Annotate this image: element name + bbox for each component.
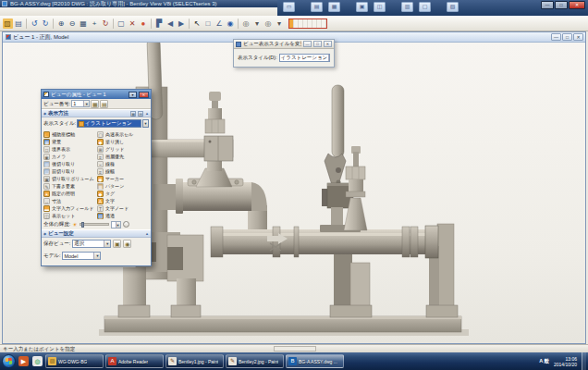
taskbar-folder-window[interactable]: ▨ WG-DWG-BG — [45, 354, 104, 368]
grid-icon[interactable]: ⊞ グリッド — [97, 145, 151, 153]
tray-update-icon[interactable] — [509, 358, 515, 364]
apply-to-selected-icon[interactable]: ▤ — [100, 100, 108, 108]
grid-layout-icon[interactable]: ▦ — [130, 111, 136, 117]
fill-icon[interactable]: ◆ 塗り潰し — [97, 138, 151, 145]
docked-toolbar-icon-2[interactable]: ▤ — [311, 2, 323, 12]
level-overrides-icon[interactable]: ≡ 画層優先 — [97, 153, 151, 160]
text-icon[interactable]: A 文字 — [97, 197, 151, 204]
settings-b-icon[interactable]: ◎ — [263, 18, 274, 30]
list-layout-icon[interactable]: ▤ — [138, 111, 143, 117]
undo-icon[interactable]: ↺ — [29, 18, 40, 30]
fence-icon[interactable]: □ — [202, 18, 214, 30]
taskbar-adobe-reader[interactable]: A Adobe Reader — [105, 354, 164, 368]
maximize-button[interactable]: □ — [555, 1, 568, 9]
taskbar-paint-2[interactable]: ✎ Bentley2.jpg - Paint — [226, 354, 284, 368]
background-icon[interactable]: ▦ 背景 — [43, 138, 97, 145]
zoom-in-icon[interactable]: ⊕ — [55, 18, 67, 30]
fit-view-icon[interactable]: ▦ — [78, 18, 89, 30]
find-saved-view-icon[interactable]: ◉ — [123, 240, 131, 248]
ime-language-indicator[interactable]: A 般 — [539, 358, 549, 364]
clip-front-icon[interactable]: ▤ 前切り取り — [43, 167, 97, 175]
docked-toolbar-icon-7[interactable]: ▢ — [419, 2, 431, 12]
default-lighting-icon[interactable]: ☀ 既定の照明 — [43, 190, 97, 197]
data-fields-icon[interactable]: ▬ 文字入力フィールド — [43, 204, 97, 212]
style-dropdown[interactable]: イラストレーション — [77, 119, 141, 128]
acs-triad-icon[interactable]: ∟ 補助座標軸 — [43, 130, 97, 138]
view-previous-icon[interactable]: ◀ — [165, 18, 176, 30]
transparency-icon[interactable]: ▨ 透過 — [97, 212, 151, 219]
displayset-icon[interactable]: ◫ 表示セット — [43, 212, 97, 219]
view-toggle-8[interactable] — [322, 19, 326, 28]
fast-cells-icon[interactable]: ▢ 高速表示セル — [97, 130, 151, 138]
dialog-pin-button[interactable]: ▾ — [129, 92, 137, 98]
brightness-value-dropdown[interactable]: ▼ — [111, 221, 121, 228]
view-maximize-button[interactable]: □ — [562, 33, 572, 41]
clip-back-icon[interactable]: ▥ 後切り取り — [43, 160, 97, 167]
taskbar-bentley-view[interactable]: B BG-A ASSY.dwg ... — [286, 354, 344, 368]
app-orange-icon[interactable]: ▶ — [18, 355, 30, 367]
tray-app-red-icon[interactable] — [495, 358, 500, 364]
info-icon[interactable]: ◉ — [225, 18, 236, 30]
tray-folder-icon[interactable] — [502, 358, 508, 364]
copy-icon[interactable]: ▢ — [116, 18, 127, 30]
model-dropdown[interactable]: Model ▼ — [62, 252, 101, 260]
docked-toolbar-icon-4[interactable]: ▣ — [356, 2, 368, 12]
dialog-maximize-button[interactable]: □ — [313, 41, 322, 47]
view-setup-section-header[interactable]: ◆ ビュー設定 ▲ — [42, 229, 151, 238]
docked-toolbar-icon-3[interactable]: ▦ — [328, 2, 340, 12]
view-next-icon[interactable]: ▶ — [176, 18, 187, 30]
tray-flag-icon[interactable] — [532, 358, 537, 364]
docked-toolbar-icon-6[interactable]: ▥ — [401, 2, 413, 12]
display-style-dropdown[interactable]: イラストレーション ▼ — [279, 54, 330, 62]
tags-icon[interactable]: ◆ タグ — [97, 190, 151, 197]
delete-icon[interactable]: ✕ — [127, 18, 138, 30]
close-button[interactable]: ✕ — [569, 1, 585, 9]
boundary-display-icon[interactable]: □ 境界表示 — [43, 145, 97, 153]
window-area-icon[interactable]: ▛ — [153, 18, 165, 30]
view-minimize-button[interactable]: — — [551, 33, 561, 41]
docked-toolbar-icon-8[interactable]: ▧ — [447, 2, 459, 12]
dialog-titlebar[interactable]: ビューの属性 - ビュー 1 ▾ ✕ — [42, 90, 151, 99]
tray-network-icon[interactable] — [517, 358, 522, 364]
brightness-slider[interactable] — [80, 223, 109, 226]
view-close-button[interactable]: ✕ — [573, 33, 583, 41]
settings-a-icon[interactable]: ◎ — [240, 18, 251, 30]
brightness-reset-button[interactable] — [123, 221, 129, 228]
collapse-icon[interactable]: ▲ — [145, 111, 149, 116]
start-button[interactable] — [2, 354, 16, 368]
tray-expand-icon[interactable] — [487, 358, 493, 364]
apply-saved-view-icon[interactable]: ▣ — [113, 240, 121, 248]
view-number-dropdown[interactable]: 1 ▼ — [71, 100, 90, 107]
taskbar-clock[interactable]: 13:06 2014/10/20 — [551, 356, 580, 367]
line-weights-icon[interactable]: ≡ 線幅 — [97, 167, 151, 175]
show-desktop-button[interactable] — [582, 352, 586, 370]
camera-icon[interactable]: ◉ カメラ — [43, 153, 97, 160]
docked-toolbar-icon-1[interactable]: ▭ — [283, 2, 295, 12]
markers-icon[interactable]: ◉ マーカー — [97, 175, 151, 182]
clip-volume-icon[interactable]: ▣ 切り取りボリューム — [43, 175, 97, 182]
dialog-titlebar[interactable]: ビュー表示スタイルを変更 — □ ✕ — [234, 40, 334, 49]
patterns-icon[interactable]: ▦ パターン — [97, 182, 151, 190]
dialog-close-button[interactable]: ✕ — [324, 41, 332, 47]
docked-toolbar-icon-5[interactable]: ◫ — [374, 2, 386, 12]
dimensions-icon[interactable]: ↔ 寸法 — [43, 197, 97, 204]
apply-to-open-views-icon[interactable]: ▦ — [91, 100, 99, 108]
saved-view-dropdown[interactable]: 選択 ▼ — [72, 240, 111, 248]
measure-icon[interactable]: ∠ — [214, 18, 225, 30]
redo-icon[interactable]: ↻ — [40, 18, 51, 30]
rotate-view-icon[interactable]: ↻ — [100, 18, 111, 30]
chrome-icon[interactable]: ◍ — [31, 355, 43, 367]
text-nodes-icon[interactable]: T 文字ノード — [97, 204, 151, 212]
minimize-button[interactable]: — — [541, 1, 554, 9]
open-file-icon[interactable]: ▨ — [2, 18, 13, 30]
settings-a-dropdown-icon[interactable]: ▾ — [251, 18, 263, 30]
line-styles-icon[interactable]: ~ 線種 — [97, 160, 151, 167]
collapse-icon[interactable]: ▲ — [145, 231, 149, 236]
constructions-icon[interactable]: ✎ 下書き要素 — [43, 182, 97, 190]
taskbar-paint-1[interactable]: ✎ Bentley1.jpg - Paint — [165, 354, 224, 368]
dialog-minimize-button[interactable]: — — [303, 41, 312, 47]
settings-b-dropdown-icon[interactable]: ▾ — [274, 18, 285, 30]
dialog-close-button[interactable]: ✕ — [139, 92, 149, 98]
display-section-header[interactable]: ◆ 表示方法 ▦ ▤ ▲ — [42, 109, 151, 117]
select-element-icon[interactable]: ↖ — [191, 18, 202, 30]
